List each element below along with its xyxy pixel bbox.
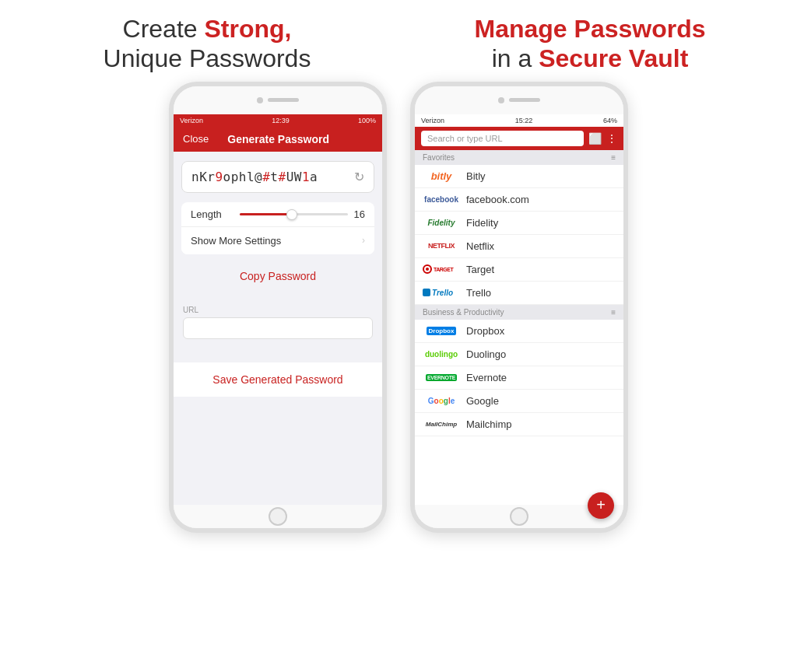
left-phone-top xyxy=(174,86,382,114)
right-home-button[interactable] xyxy=(510,507,528,526)
list-item[interactable]: NETFLIX Netflix xyxy=(415,235,623,258)
password-settings: Length 16 Show More Settings › xyxy=(181,202,374,254)
dropbox-name: Dropbox xyxy=(466,325,504,337)
left-status-bar: Verizon 12:39 100% xyxy=(174,114,382,127)
generate-password-nav: Close Generate Password xyxy=(174,127,382,152)
duolingo-name: Duolingo xyxy=(466,348,506,360)
mailchimp-name: Mailchimp xyxy=(466,418,512,430)
home-button[interactable] xyxy=(269,507,287,526)
right-title-strong2: Secure Vault xyxy=(539,44,688,72)
bitly-name: Bitly xyxy=(466,170,486,182)
speaker xyxy=(268,98,299,102)
bookmark-list: bitly Bitly facebook facebook.com Fideli… xyxy=(415,165,623,505)
trello-logo: Trello xyxy=(423,289,460,297)
business-section-header: Business & Productivity ≡ xyxy=(415,305,623,320)
refresh-icon[interactable]: ↻ xyxy=(354,170,364,184)
fidelity-name: Fidelity xyxy=(466,217,498,229)
list-item[interactable]: Fidelity Fidelity xyxy=(415,212,623,235)
left-phone: Verizon 12:39 100% Close Generate Passwo… xyxy=(169,82,387,533)
bitly-logo: bitly xyxy=(423,170,460,182)
generated-password: nKr9ophl@#t#UW1a xyxy=(191,170,318,184)
search-placeholder: Search or type URL xyxy=(427,134,503,143)
list-item[interactable]: Google Google xyxy=(415,390,623,413)
trello-name: Trello xyxy=(466,287,491,299)
more-settings-label: Show More Settings xyxy=(191,235,281,247)
tab-switcher-icon[interactable]: ⬜ xyxy=(588,132,602,145)
right-phone: Verizon 15:22 64% Search or type URL ⬜ ⋮… xyxy=(410,82,628,533)
right-carrier: Verizon xyxy=(421,117,444,124)
favorites-menu-icon[interactable]: ≡ xyxy=(611,153,616,162)
list-item[interactable]: Dropbox Dropbox xyxy=(415,320,623,343)
phones-container: Verizon 12:39 100% Close Generate Passwo… xyxy=(0,82,797,672)
right-front-camera xyxy=(498,97,504,103)
left-title-strong: Strong, xyxy=(204,15,291,43)
list-item[interactable]: MailChimp Mailchimp xyxy=(415,413,623,436)
url-section: URL xyxy=(174,303,382,342)
business-label: Business & Productivity xyxy=(423,308,504,317)
url-label: URL xyxy=(183,306,373,314)
left-phone-bottom xyxy=(174,505,382,528)
right-phone-top xyxy=(415,86,623,114)
length-slider[interactable] xyxy=(240,213,348,215)
page-header: Create Strong, Unique Passwords Manage P… xyxy=(0,0,797,82)
favorites-label: Favorites xyxy=(423,153,455,162)
chevron-right-icon: › xyxy=(362,235,365,246)
more-settings-row[interactable]: Show More Settings › xyxy=(181,227,374,254)
right-battery: 64% xyxy=(603,117,617,124)
evernote-logo: EVERNOTE xyxy=(423,374,460,381)
favorites-section-header: Favorites ≡ xyxy=(415,150,623,165)
save-divider xyxy=(174,348,382,353)
left-header-text: Create Strong, Unique Passwords xyxy=(16,14,398,74)
length-label: Length xyxy=(191,208,233,220)
generate-password-title: Generate Password xyxy=(227,133,329,145)
right-status-bar: Verizon 15:22 64% xyxy=(415,114,623,127)
list-item[interactable]: Trello Trello xyxy=(415,282,623,305)
slider-fill xyxy=(240,213,288,215)
netflix-logo: NETFLIX xyxy=(423,242,460,250)
right-header-text: Manage Passwords in a Secure Vault xyxy=(398,14,781,74)
list-item[interactable]: duolingo Duolingo xyxy=(415,343,623,366)
left-carrier: Verizon xyxy=(180,117,203,124)
list-item[interactable]: bitly Bitly xyxy=(415,165,623,188)
left-title: Create Strong, Unique Passwords xyxy=(16,14,398,74)
right-title-strong1: Manage Passwords xyxy=(475,15,706,43)
browser-toolbar: Search or type URL ⬜ ⋮ xyxy=(415,127,623,150)
list-item[interactable]: facebook facebook.com xyxy=(415,188,623,212)
copy-password-section: Copy Password xyxy=(174,254,382,298)
add-fab-button[interactable]: + xyxy=(588,492,614,519)
fidelity-logo: Fidelity xyxy=(423,219,460,227)
right-time: 15:22 xyxy=(515,117,533,124)
facebook-logo: facebook xyxy=(423,195,460,204)
left-title-line2: Unique Passwords xyxy=(104,44,311,72)
right-title: Manage Passwords in a Secure Vault xyxy=(398,14,781,74)
evernote-name: Evernote xyxy=(466,372,507,383)
length-value: 16 xyxy=(354,208,365,220)
left-time: 12:39 xyxy=(272,117,290,124)
left-battery: 100% xyxy=(358,117,376,124)
dropbox-logo: Dropbox xyxy=(423,327,460,334)
facebook-name: facebook.com xyxy=(466,194,529,205)
netflix-name: Netflix xyxy=(466,240,494,252)
list-item[interactable]: EVERNOTE Evernote xyxy=(415,366,623,390)
save-generated-password-button[interactable]: Save Generated Password xyxy=(174,362,382,397)
right-phone-screen: Verizon 15:22 64% Search or type URL ⬜ ⋮… xyxy=(415,114,623,505)
google-logo: Google xyxy=(423,397,460,405)
right-speaker xyxy=(509,98,540,102)
mailchimp-logo: MailChimp xyxy=(423,420,460,428)
target-logo: TARGET xyxy=(423,264,460,274)
list-item[interactable]: TARGET Target xyxy=(415,258,623,282)
url-input[interactable] xyxy=(183,317,373,339)
close-button[interactable]: Close xyxy=(183,133,209,145)
left-phone-screen: Verizon 12:39 100% Close Generate Passwo… xyxy=(174,114,382,505)
generate-password-content: nKr9ophl@#t#UW1a ↻ Length 16 xyxy=(174,152,382,505)
target-name: Target xyxy=(466,264,494,275)
slider-thumb[interactable] xyxy=(286,209,297,220)
copy-password-button[interactable]: Copy Password xyxy=(181,265,374,287)
length-row: Length 16 xyxy=(181,202,374,227)
password-display-box: nKr9ophl@#t#UW1a ↻ xyxy=(181,161,374,193)
front-camera xyxy=(257,97,263,103)
url-search-bar[interactable]: Search or type URL xyxy=(421,131,584,146)
menu-icon[interactable]: ⋮ xyxy=(606,132,617,145)
duolingo-logo: duolingo xyxy=(423,350,460,359)
business-menu-icon[interactable]: ≡ xyxy=(611,308,616,317)
